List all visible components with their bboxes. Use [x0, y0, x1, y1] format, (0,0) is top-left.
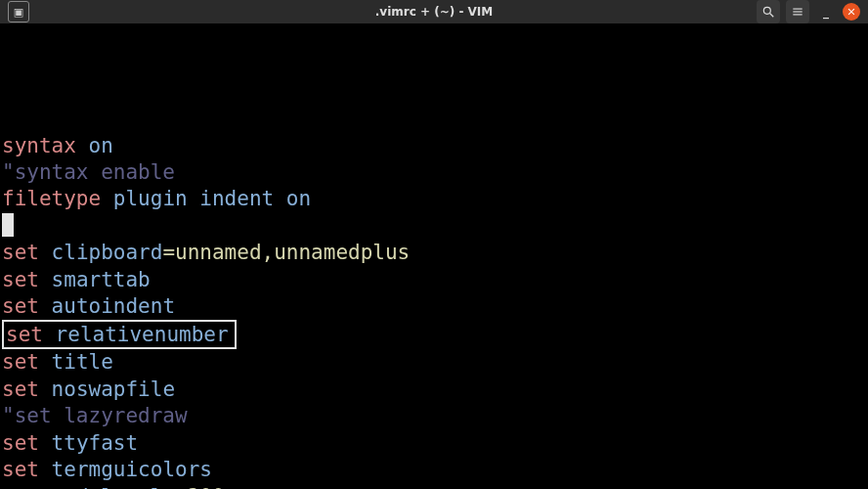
editor-line: "syntax enable [0, 159, 868, 186]
editor-line: set clipboard=unnamed,unnamedplus [0, 240, 868, 266]
editor-line: filetype plugin indent on [0, 186, 868, 212]
editor-line: "set lazyredraw [0, 403, 868, 429]
editor-line: syntax on [0, 133, 868, 159]
editor-line: set smarttab [0, 267, 868, 293]
svg-point-0 [763, 7, 770, 14]
titlebar-left: ▣ [0, 1, 29, 22]
titlebar-right: _ [757, 0, 868, 23]
editor-line: set termguicolors [0, 457, 868, 483]
editor-line: set noswapfile [0, 377, 868, 403]
terminal-icon: ▣ [8, 1, 29, 22]
title-bar: ▣ .vimrc + (~) - VIM _ [0, 0, 868, 23]
editor-line: set autoindent [0, 293, 868, 320]
close-button[interactable] [843, 3, 860, 21]
search-button[interactable] [757, 0, 780, 23]
editor-area[interactable]: syntax on"syntax enablefiletype plugin i… [0, 23, 868, 489]
editor-line: set undolevels=200 [0, 484, 868, 490]
svg-line-1 [770, 14, 774, 18]
menu-button[interactable] [786, 0, 809, 23]
cursor [2, 213, 14, 237]
editor-line: set title [0, 349, 868, 376]
editor-line: set relativenumber [0, 320, 868, 349]
close-icon [846, 7, 856, 17]
editor-line: set ttyfast [0, 430, 868, 457]
window-title: .vimrc + (~) - VIM [0, 5, 868, 19]
editor-line [0, 213, 868, 240]
search-icon [761, 5, 775, 19]
minimize-button[interactable]: _ [815, 1, 837, 22]
hamburger-icon [791, 5, 804, 19]
